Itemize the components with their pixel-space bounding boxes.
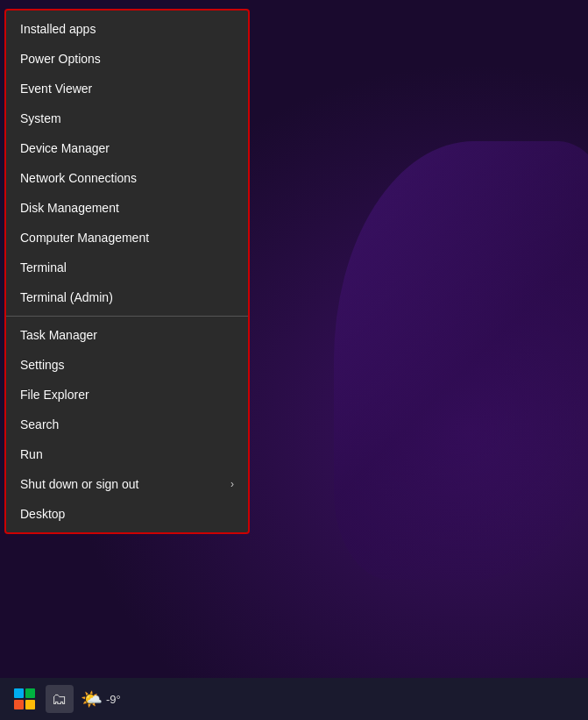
- menu-item-settings[interactable]: Settings: [6, 350, 248, 380]
- menu-item-label-shut-down: Shut down or sign out: [20, 477, 138, 491]
- context-menu: Installed appsPower OptionsEvent ViewerS…: [4, 9, 250, 534]
- menu-item-label-settings: Settings: [20, 358, 65, 372]
- menu-item-shut-down[interactable]: Shut down or sign out›: [6, 469, 248, 499]
- menu-item-event-viewer[interactable]: Event Viewer: [6, 74, 248, 103]
- menu-item-terminal[interactable]: Terminal: [6, 253, 248, 282]
- menu-item-search[interactable]: Search: [6, 410, 248, 439]
- menu-item-label-task-manager: Task Manager: [20, 328, 97, 342]
- menu-item-label-computer-management: Computer Management: [20, 231, 149, 245]
- menu-item-label-system: System: [20, 111, 61, 125]
- menu-item-label-installed-apps: Installed apps: [20, 22, 96, 36]
- start-button[interactable]: [11, 685, 39, 713]
- menu-item-system[interactable]: System: [6, 103, 248, 133]
- menu-item-label-network-connections: Network Connections: [20, 171, 137, 185]
- chevron-right-icon: ›: [230, 478, 234, 490]
- taskbar: 🗂 🌤️ -9°: [0, 678, 588, 720]
- weather-temp: -9°: [106, 693, 121, 706]
- menu-item-disk-management[interactable]: Disk Management: [6, 193, 248, 223]
- menu-item-file-explorer[interactable]: File Explorer: [6, 380, 248, 410]
- menu-item-installed-apps[interactable]: Installed apps: [6, 14, 248, 44]
- menu-item-label-search: Search: [20, 417, 59, 431]
- menu-item-computer-management[interactable]: Computer Management: [6, 223, 248, 253]
- weather-widget[interactable]: 🌤️ -9°: [81, 688, 121, 709]
- windows-logo-icon: [14, 688, 35, 709]
- menu-item-label-terminal-admin: Terminal (Admin): [20, 290, 113, 304]
- menu-item-label-disk-management: Disk Management: [20, 201, 119, 215]
- file-explorer-taskbar-button[interactable]: 🗂: [46, 685, 74, 713]
- weather-icon: 🌤️: [81, 688, 103, 709]
- file-explorer-icon: 🗂: [52, 690, 67, 709]
- menu-item-network-connections[interactable]: Network Connections: [6, 163, 248, 193]
- menu-item-power-options[interactable]: Power Options: [6, 44, 248, 74]
- menu-item-run[interactable]: Run: [6, 439, 248, 469]
- menu-item-label-power-options: Power Options: [20, 52, 101, 66]
- menu-item-desktop[interactable]: Desktop: [6, 499, 248, 529]
- menu-item-label-run: Run: [20, 447, 43, 461]
- menu-item-label-desktop: Desktop: [20, 507, 65, 521]
- menu-item-terminal-admin[interactable]: Terminal (Admin): [6, 282, 248, 312]
- menu-item-device-manager[interactable]: Device Manager: [6, 133, 248, 163]
- menu-item-label-device-manager: Device Manager: [20, 141, 110, 155]
- menu-item-task-manager[interactable]: Task Manager: [6, 320, 248, 350]
- menu-item-label-event-viewer: Event Viewer: [20, 82, 92, 96]
- menu-item-label-terminal: Terminal: [20, 260, 67, 274]
- menu-divider: [6, 316, 248, 317]
- menu-item-label-file-explorer: File Explorer: [20, 388, 89, 402]
